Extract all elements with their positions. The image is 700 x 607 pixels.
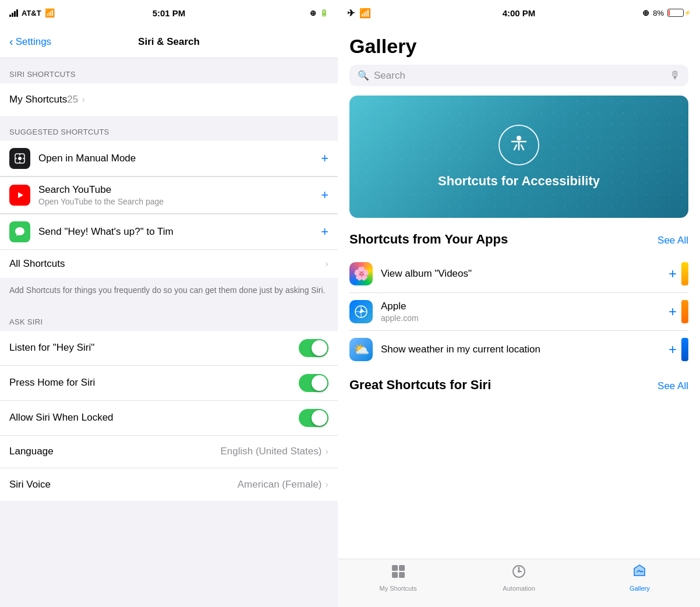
press-home-label: Press Home for Siri [9,377,299,389]
shortcut-item[interactable]: 🌸 View album "Videos" + [349,255,688,293]
add-album-button[interactable]: + [669,266,677,282]
add-message-button[interactable]: + [321,224,328,239]
status-left-right: ✈ 📶 [347,8,371,19]
add-weather-button[interactable]: + [669,341,677,358]
message-text: Send "Hey! What's up?" to Tim [38,226,321,238]
view-album-text: View album "Videos" [381,268,669,280]
manual-mode-text: Open in Manual Mode [38,153,321,164]
siri-voice-chevron: › [325,479,328,490]
see-all-siri-button[interactable]: See All [657,380,688,392]
hey-siri-toggle[interactable] [299,339,328,357]
view-album-title: View album "Videos" [381,268,669,280]
bar2 [12,13,13,17]
safari-icon [349,300,373,323]
list-item[interactable]: Send "Hey! What's up?" to Tim + [0,214,338,249]
svg-point-7 [517,136,521,140]
youtube-icon [9,185,30,206]
svg-rect-14 [392,572,398,578]
list-item[interactable]: Search YouTube Open YouTube to the Searc… [0,177,338,214]
status-right-right: ⊕ 8% ⚡ [642,8,691,17]
allow-locked-toggle[interactable] [299,409,328,427]
left-panel: AT&T 📶 5:01 PM ⊕ 🔋 ‹ Settings Siri & Sea… [0,0,338,607]
message-title: Send "Hey! What's up?" to Tim [38,226,321,238]
shortcuts-from-apps-list: 🌸 View album "Videos" + [349,255,688,368]
see-all-apps-button[interactable]: See All [657,235,688,246]
all-shortcuts-label: All Shortcuts [9,258,65,270]
ask-siri-header: ASK SIRI [0,306,338,331]
tab-my-shortcuts[interactable]: My Shortcuts [375,564,422,592]
wifi-icon: 📶 [45,8,55,17]
toggle-knob [312,375,327,391]
add-safari-button[interactable]: + [669,304,677,320]
color-strip [681,262,688,285]
svg-rect-15 [399,572,405,578]
language-chevron: › [325,446,328,457]
my-shortcuts-row[interactable]: My Shortcuts 25 › [0,83,338,116]
chevron-icon: › [82,94,85,105]
safari-subtitle: apple.com [381,313,669,323]
svg-point-1 [18,157,22,160]
allow-locked-row[interactable]: Allow Siri When Locked [0,401,338,436]
automation-tab-label: Automation [503,585,535,592]
status-bar-right: ✈ 📶 4:00 PM ⊕ 8% ⚡ [338,0,700,26]
content-left: SIRI SHORTCUTS My Shortcuts 25 › SUGGEST… [0,58,338,607]
wifi-icon-right: 📶 [359,8,371,19]
tab-automation[interactable]: Automation [496,564,542,592]
language-row[interactable]: Language English (United States) › [0,436,338,468]
battery-fill [669,10,670,16]
svg-marker-6 [18,192,23,198]
automation-tab-icon [511,564,526,583]
safari-title: Apple [381,301,669,312]
shortcuts-from-apps-title: Shortcuts from Your Apps [349,232,508,247]
weather-title: Show weather in my current location [381,344,669,355]
search-placeholder: Search [374,70,665,82]
battery-left: 🔋 [320,9,328,17]
bar3 [14,11,16,17]
list-item[interactable]: Open in Manual Mode + [0,141,338,177]
add-youtube-button[interactable]: + [321,188,328,203]
hey-siri-row[interactable]: Listen for "Hey Siri" [0,331,338,366]
search-bar[interactable]: 🔍 Search 🎙 [349,65,688,86]
shortcuts-from-apps-header: Shortcuts from Your Apps See All [349,232,688,247]
toggle-knob [312,340,327,356]
gallery-tab-icon [632,564,647,583]
color-strip [681,300,688,323]
tab-gallery[interactable]: Gallery [616,564,663,592]
featured-card[interactable]: Shortcuts for Accessibility [349,96,688,218]
all-shortcuts-chevron: › [325,258,328,270]
back-button[interactable]: ‹ Settings [9,35,51,48]
charging-icon: ⚡ [684,10,691,16]
back-label[interactable]: Settings [16,36,51,48]
my-shortcuts-tab-label: My Shortcuts [380,585,417,592]
shortcut-item[interactable]: Apple apple.com + [349,293,688,331]
safari-text: Apple apple.com [381,301,669,323]
status-time-right: 4:00 PM [503,8,536,18]
siri-voice-label: Siri Voice [9,479,238,490]
photos-emoji: 🌸 [353,266,369,281]
shortcuts-description: Add Shortcuts for things you frequently … [0,278,338,306]
all-shortcuts-row[interactable]: All Shortcuts › [0,249,338,278]
bar1 [9,15,11,17]
press-home-toggle[interactable] [299,374,328,392]
location-icon: ⊕ [310,9,316,17]
youtube-title: Search YouTube [38,184,321,196]
my-shortcuts-count: 25 [67,94,78,105]
shortcut-item[interactable]: ⛅ Show weather in my current location + [349,331,688,368]
bottom-tab-bar: My Shortcuts Automation Gal [338,559,700,607]
press-home-row[interactable]: Press Home for Siri [0,366,338,401]
suggested-shortcuts-card: Open in Manual Mode + Search YouTube Ope… [0,141,338,249]
siri-voice-row[interactable]: Siri Voice American (Female) › [0,468,338,501]
add-manual-mode-button[interactable]: + [321,151,328,166]
weather-text: Show weather in my current location [381,344,669,355]
allow-locked-label: Allow Siri When Locked [9,412,299,424]
color-strip [681,338,688,361]
language-value: English (United States) [220,446,321,457]
svg-rect-12 [392,565,398,571]
messages-icon [9,221,30,242]
siri-shortcuts-card: My Shortcuts 25 › [0,83,338,116]
toggle-knob [312,410,327,426]
accessibility-icon [499,125,539,165]
search-icon: 🔍 [358,70,369,81]
great-shortcuts-header: Great Shortcuts for Siri See All [349,377,688,393]
nav-bar: ‹ Settings Siri & Search [0,26,338,58]
